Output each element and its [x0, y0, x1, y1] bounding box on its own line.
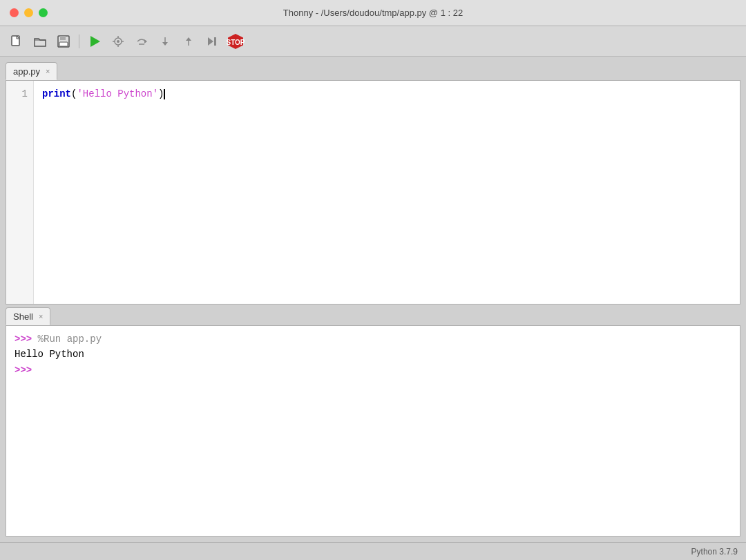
step-out-button[interactable] — [179, 32, 198, 51]
editor-section: app.py × 1 print('Hello Python') — [0, 57, 746, 307]
debug-button[interactable] — [108, 32, 128, 51]
code-area[interactable]: print('Hello Python') — [34, 81, 740, 304]
editor-tab-close[interactable]: × — [46, 67, 50, 75]
svg-rect-3 — [59, 42, 68, 46]
svg-marker-4 — [90, 36, 100, 47]
shell-tab-label: Shell — [13, 311, 33, 322]
shell-section: Shell × >>> %Run app.py Hello Python >>> — [0, 307, 746, 542]
svg-marker-10 — [162, 42, 168, 46]
string-literal: 'Hello Python' — [77, 88, 158, 99]
stop-button[interactable]: STOP — [226, 32, 245, 51]
shell-tab[interactable]: Shell × — [6, 307, 50, 325]
python-version: Python 3.7.9 — [691, 547, 738, 557]
shell-line-1: >>> %Run app.py — [15, 331, 731, 347]
window-controls — [10, 8, 48, 17]
line-numbers: 1 — [6, 81, 34, 304]
shell-prompt-2: >>> — [15, 365, 32, 376]
open-button[interactable] — [30, 32, 50, 51]
minimize-button[interactable] — [24, 8, 33, 17]
editor-tab-bar: app.py × — [6, 62, 740, 80]
step-over-button[interactable] — [132, 32, 151, 51]
save-button[interactable] — [54, 32, 73, 51]
maximize-button[interactable] — [39, 8, 48, 17]
code-paren-close: ) — [158, 88, 164, 99]
shell-tab-close[interactable]: × — [39, 312, 43, 320]
shell-prompt-1: >>> — [15, 334, 32, 345]
window-title: Thonny - /Users/doudou/tmp/app.py @ 1 : … — [283, 8, 463, 18]
title-bar: Thonny - /Users/doudou/tmp/app.py @ 1 : … — [0, 0, 746, 26]
shell-command: %Run app.py — [32, 334, 102, 345]
text-cursor — [164, 89, 165, 99]
svg-point-6 — [117, 40, 119, 43]
svg-marker-7 — [144, 39, 147, 44]
editor-tab-label: app.py — [13, 66, 40, 77]
toolbar-separator-1 — [79, 35, 79, 48]
step-into-button[interactable] — [155, 32, 175, 51]
status-bar: Python 3.7.9 — [0, 542, 746, 560]
editor-tab[interactable]: app.py × — [6, 62, 57, 80]
svg-rect-2 — [60, 36, 66, 40]
shell-line-3: >>> — [15, 363, 731, 378]
run-button[interactable] — [85, 32, 104, 51]
editor-body[interactable]: 1 print('Hello Python') — [6, 80, 740, 305]
keyword-print: print — [42, 88, 71, 99]
shell-body[interactable]: >>> %Run app.py Hello Python >>> — [6, 325, 740, 537]
resume-button[interactable] — [202, 32, 222, 51]
svg-marker-13 — [208, 37, 213, 46]
toolbar: STOP — [0, 26, 746, 57]
line-number-1: 1 — [13, 86, 28, 102]
svg-text:STOP: STOP — [227, 39, 245, 46]
close-button[interactable] — [10, 8, 19, 17]
svg-marker-12 — [186, 37, 191, 41]
new-button[interactable] — [7, 32, 26, 51]
svg-rect-14 — [214, 37, 216, 46]
shell-output: Hello Python — [15, 347, 731, 362]
shell-tab-bar: Shell × — [6, 307, 740, 325]
